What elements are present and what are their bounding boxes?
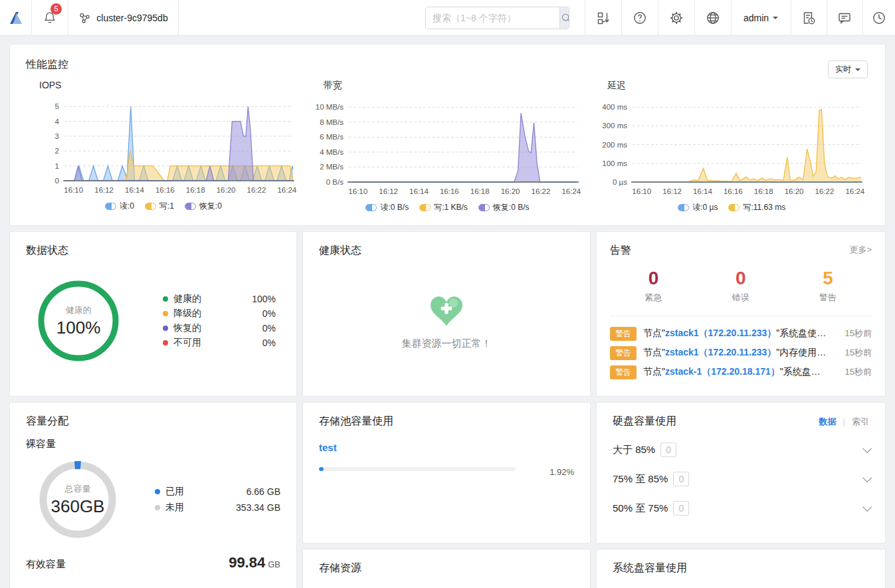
svg-text:16:10: 16:10 [348,187,367,195]
legend-row-unavailable: 不可用0% [163,336,276,350]
disk-usage-title: 硬盘容量使用 [613,415,676,429]
svg-text:16:12: 16:12 [663,187,682,195]
data-status-title: 数据状态 [26,244,280,258]
latency-chart-block: 延迟 0 µs100 ms200 ms300 ms400 ms16:1016:1… [594,80,869,213]
svg-text:16:24: 16:24 [846,187,865,195]
data-status-legend: 健康的100% 降级的0% 恢复的0% 不可用0% [163,292,276,350]
pool-usage-panel: 存储池容量使用 test 1.92% [302,402,591,543]
svg-text:2: 2 [55,147,59,155]
svg-text:16:22: 16:22 [531,187,550,195]
warning-badge: 警告 [610,365,637,379]
history-button[interactable] [862,0,895,36]
app-logo[interactable] [0,0,31,36]
legend-pill-icon [419,204,431,211]
chevron-down-icon [773,17,778,22]
cluster-name: cluster-9c9795db [96,13,167,23]
health-status-title: 健康状态 [319,244,574,258]
alert-row: 警告 节点"zstack1（172.20.11.233）"系统盘使… 15秒前 [610,324,872,343]
iops-legend: 读:0写:1恢复:0 [26,201,301,212]
notification-badge: 5 [50,3,62,15]
time-range-button[interactable]: 实时 [828,60,868,78]
audit-log-icon [801,11,816,25]
legend-pill-icon [678,204,689,211]
svg-text:16:16: 16:16 [440,187,459,195]
legend-row-free: 未用353.34 GB [155,500,280,516]
critical-count: 0紧急 [610,268,697,304]
tab-index[interactable]: 索引 [852,416,869,428]
svg-text:3: 3 [55,132,59,140]
divider [610,316,872,316]
node-link[interactable]: zstack-1（172.20.18.171） [665,366,780,377]
legend-row-used: 已用6.66 GB [155,484,280,500]
search-box [425,7,569,29]
legend-label: 写:1 [159,201,174,212]
pool-usage-fill [319,467,324,471]
alert-time: 15秒前 [845,328,872,340]
legend-item[interactable]: 读:0 µs [678,202,718,213]
legend-pill-icon [728,204,740,211]
pool-name-link[interactable]: test [319,442,574,453]
svg-text:16:20: 16:20 [500,187,520,195]
alert-row: 警告 节点"zstack-1（172.20.18.171）"系统盘… 15秒前 [610,363,872,382]
chevron-down-icon[interactable] [862,473,872,482]
audit-log-button[interactable] [791,0,827,36]
raw-capacity-label: 裸容量 [26,438,280,450]
legend-label: 恢复:0 [199,201,222,212]
topology-button[interactable] [585,0,621,36]
capacity-legend: 已用6.66 GB 未用353.34 GB [155,484,280,516]
performance-title: 性能监控 [26,58,869,72]
help-button[interactable] [621,0,658,36]
svg-text:16:22: 16:22 [247,186,266,194]
legend-item[interactable]: 写:11.63 ms [728,202,785,213]
tab-data[interactable]: 数据 [819,416,837,428]
red-dot-icon [163,340,168,345]
divider: | [843,417,845,427]
orange-dot-icon [163,311,168,316]
svg-text:16:24: 16:24 [277,186,296,194]
settings-button[interactable] [658,0,694,36]
search-input[interactable] [426,7,559,29]
legend-item[interactable]: 恢复:0 [185,201,222,212]
warning-badge: 警告 [610,346,637,360]
svg-text:4: 4 [55,118,60,126]
language-button[interactable] [694,0,731,36]
legend-pill-icon [145,203,156,210]
charts-row: IOPS 01234516:1016:1216:1416:1616:1816:2… [26,80,869,213]
legend-item[interactable]: 读:0 [105,201,134,212]
svg-text:4 MB/s: 4 MB/s [320,148,344,156]
operation-log-button[interactable] [827,0,862,36]
search-button[interactable] [559,7,569,29]
alert-time: 15秒前 [845,347,872,359]
error-count: 0错误 [697,268,784,304]
total-capacity-value: 360GB [51,496,105,517]
bandwidth-legend: 读:0 B/s写:1 KB/s恢复:0 B/s [310,202,585,213]
alerts-more-link[interactable]: 更多> [849,244,872,256]
legend-item[interactable]: 写:1 [145,201,174,212]
cluster-selector[interactable]: cluster-9c9795db [68,0,178,36]
legend-item[interactable]: 写:1 KB/s [419,202,468,213]
capacity-ring: 总容量 360GB [38,460,118,539]
performance-panel: 性能监控 实时 IOPS 01234516:1016:1216:1416:161… [9,44,886,226]
svg-text:16:12: 16:12 [94,186,114,194]
node-link[interactable]: zstack1（172.20.11.233） [665,347,776,357]
legend-label: 读:0 [120,201,134,212]
user-menu[interactable]: admin [731,0,791,36]
notifications-button[interactable]: 5 [31,0,68,36]
node-link[interactable]: zstack1（172.20.11.233） [665,328,776,338]
alerts-panel: 告警 更多> 0紧急 0错误 5警告 警告 节点"zstack1（172.20.… [596,231,886,397]
operation-log-icon [837,11,852,25]
disk-row-50-75: 50% 至 75% 0 [613,500,869,516]
legend-item[interactable]: 读:0 B/s [365,202,409,213]
latency-chart-title: 延迟 [607,80,869,92]
legend-item[interactable]: 恢复:0 B/s [478,202,530,213]
iops-chart-block: IOPS 01234516:1016:1216:1416:1616:1816:2… [26,80,301,213]
chevron-down-icon[interactable] [862,444,872,453]
iops-chart-title: IOPS [39,80,301,90]
purple-dot-icon [163,326,168,331]
legend-label: 恢复:0 B/s [493,202,530,213]
svg-text:16:20: 16:20 [785,187,804,195]
chevron-down-icon[interactable] [862,502,872,512]
green-dot-icon [163,296,168,302]
warning-count: 5警告 [784,268,871,304]
legend-label: 写:1 KB/s [434,202,468,213]
